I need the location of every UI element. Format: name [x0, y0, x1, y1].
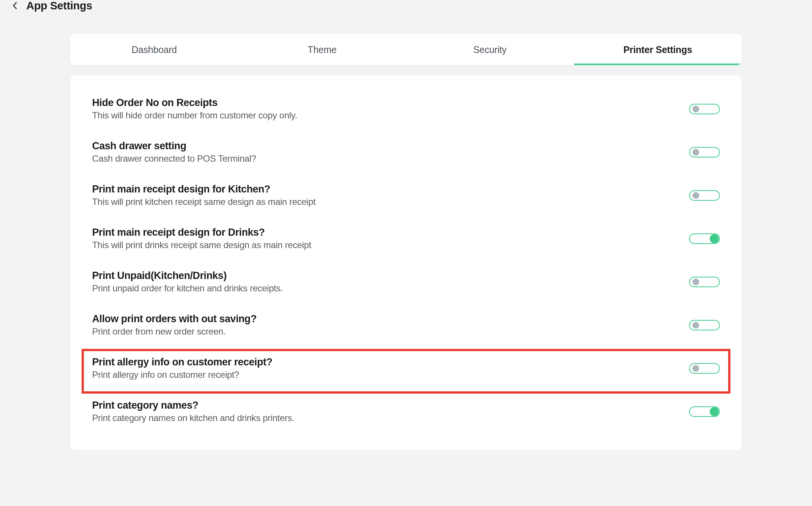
tab-printer-settings[interactable]: Printer Settings	[574, 34, 742, 65]
toggle-knob	[692, 192, 699, 199]
toggle-print-without-save[interactable]	[689, 320, 720, 330]
tab-label: Theme	[308, 44, 336, 55]
toggle-knob	[692, 279, 699, 285]
settings-panel: Hide Order No on ReceiptsThis will hide …	[70, 75, 742, 450]
tab-theme[interactable]: Theme	[238, 34, 406, 65]
tab-label: Dashboard	[132, 44, 177, 55]
setting-text: Cash drawer settingCash drawer connected…	[92, 140, 689, 164]
toggle-print-unpaid[interactable]	[689, 277, 720, 287]
setting-text: Hide Order No on ReceiptsThis will hide …	[92, 97, 689, 121]
setting-row-kitchen-design: Print main receipt design for Kitchen?Th…	[92, 174, 720, 217]
setting-row-drinks-design: Print main receipt design for Drinks?Thi…	[92, 217, 720, 260]
setting-text: Print main receipt design for Drinks?Thi…	[92, 227, 689, 250]
setting-text: Print main receipt design for Kitchen?Th…	[92, 183, 689, 207]
setting-row-print-category: Print category names?Print category name…	[92, 390, 720, 433]
setting-title: Print allergy info on customer receipt?	[92, 356, 689, 368]
toggle-print-allergy[interactable]	[689, 363, 720, 374]
setting-description: Print allergy info on customer receipt?	[92, 370, 689, 380]
setting-title: Print main receipt design for Drinks?	[92, 227, 689, 238]
tab-label: Printer Settings	[623, 44, 692, 55]
toggle-knob	[692, 106, 699, 112]
toggle-knob	[710, 407, 719, 416]
setting-text: Print Unpaid(Kitchen/Drinks)Print unpaid…	[92, 270, 689, 294]
setting-title: Cash drawer setting	[92, 140, 689, 152]
setting-description: Cash drawer connected to POS Terminal?	[92, 153, 689, 164]
toggle-knob	[692, 365, 699, 372]
toggle-drinks-design[interactable]	[689, 233, 720, 244]
page-title: App Settings	[26, 0, 92, 12]
tabs-bar: DashboardThemeSecurityPrinter Settings	[70, 34, 742, 65]
toggle-hide-order-no[interactable]	[689, 104, 720, 114]
toggle-knob	[710, 234, 719, 243]
toggle-kitchen-design[interactable]	[689, 190, 720, 201]
setting-title: Print main receipt design for Kitchen?	[92, 183, 689, 195]
setting-title: Print category names?	[92, 400, 689, 411]
setting-description: This will hide order number from custome…	[92, 110, 689, 121]
setting-text: Allow print orders with out saving?Print…	[92, 313, 689, 337]
setting-row-hide-order-no: Hide Order No on ReceiptsThis will hide …	[92, 92, 720, 130]
toggle-print-category[interactable]	[689, 406, 720, 417]
setting-description: This will print drinks receipt same desi…	[92, 240, 689, 250]
toggle-cash-drawer[interactable]	[689, 147, 720, 158]
tab-security[interactable]: Security	[406, 34, 574, 65]
setting-row-print-without-save: Allow print orders with out saving?Print…	[92, 303, 720, 347]
setting-description: Print unpaid order for kitchen and drink…	[92, 283, 689, 294]
setting-row-print-unpaid: Print Unpaid(Kitchen/Drinks)Print unpaid…	[92, 260, 720, 303]
toggle-knob	[692, 322, 699, 329]
setting-title: Hide Order No on Receipts	[92, 97, 689, 109]
toggle-knob	[692, 149, 699, 156]
setting-text: Print category names?Print category name…	[92, 400, 689, 423]
tab-label: Security	[473, 44, 507, 55]
back-chevron-icon[interactable]	[11, 2, 19, 9]
setting-title: Allow print orders with out saving?	[92, 313, 689, 325]
setting-description: Print order from new order screen.	[92, 326, 689, 337]
setting-row-cash-drawer: Cash drawer settingCash drawer connected…	[92, 130, 720, 174]
setting-title: Print Unpaid(Kitchen/Drinks)	[92, 270, 689, 282]
setting-description: Print category names on kitchen and drin…	[92, 413, 689, 423]
setting-text: Print allergy info on customer receipt?P…	[92, 356, 689, 380]
tab-dashboard[interactable]: Dashboard	[70, 34, 238, 65]
setting-description: This will print kitchen receipt same des…	[92, 197, 689, 207]
setting-row-print-allergy: Print allergy info on customer receipt?P…	[92, 347, 720, 390]
